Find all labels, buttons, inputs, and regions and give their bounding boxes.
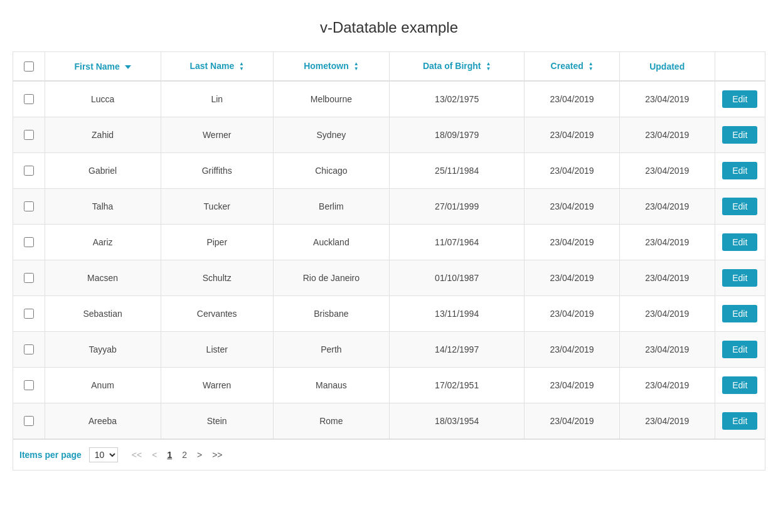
- table-row: MacsenSchultzRio de Janeiro01/10/198723/…: [13, 260, 765, 296]
- cell-updated: 23/04/2019: [619, 117, 715, 153]
- row-checkbox-cell: [13, 296, 45, 332]
- header-created-label: Created: [551, 61, 584, 71]
- header-updated: Updated: [619, 52, 715, 81]
- header-action: [715, 52, 765, 81]
- row-checkbox[interactable]: [24, 344, 34, 354]
- cell-hometown: Brisbane: [273, 296, 389, 332]
- items-per-page-select[interactable]: 5 10 25 50: [89, 447, 118, 462]
- edit-button[interactable]: Edit: [722, 412, 757, 430]
- row-checkbox[interactable]: [24, 380, 34, 390]
- cell-created: 23/04/2019: [525, 117, 620, 153]
- header-created[interactable]: Created ▲ ▼: [525, 52, 620, 81]
- cell-lastname: Lin: [161, 81, 273, 117]
- cell-updated: 23/04/2019: [619, 332, 715, 368]
- cell-hometown: Rome: [273, 403, 389, 439]
- first-page-button[interactable]: <<: [128, 449, 146, 461]
- row-checkbox-cell: [13, 81, 45, 117]
- table-body: LuccaLinMelbourne13/02/197523/04/201923/…: [13, 81, 765, 439]
- edit-button[interactable]: Edit: [722, 126, 757, 144]
- cell-firstname: Anum: [45, 368, 161, 403]
- header-hometown[interactable]: Hometown ▲ ▼: [273, 52, 389, 81]
- cell-updated: 23/04/2019: [619, 81, 715, 117]
- cell-firstname: Sebastian: [45, 296, 161, 332]
- edit-button[interactable]: Edit: [722, 341, 757, 358]
- prev-page-button[interactable]: <: [148, 449, 161, 461]
- table-header-row: First Name Last Name ▲ ▼ Hometown ▲: [13, 52, 765, 81]
- cell-hometown: Sydney: [273, 117, 389, 153]
- cell-created: 23/04/2019: [525, 368, 620, 403]
- cell-action: Edit: [715, 189, 765, 225]
- cell-dob: 11/07/1964: [389, 225, 524, 260]
- edit-button[interactable]: Edit: [722, 90, 757, 108]
- header-dob[interactable]: Data of Birght ▲ ▼: [389, 52, 524, 81]
- cell-firstname: Zahid: [45, 117, 161, 153]
- cell-action: Edit: [715, 296, 765, 332]
- header-dob-label: Data of Birght: [423, 61, 481, 71]
- row-checkbox-cell: [13, 153, 45, 189]
- sort-both-icon-hometown: ▲ ▼: [354, 61, 359, 72]
- sort-down-icon: [125, 65, 131, 69]
- cell-created: 23/04/2019: [525, 332, 620, 368]
- cell-lastname: Lister: [161, 332, 273, 368]
- data-table: First Name Last Name ▲ ▼ Hometown ▲: [13, 52, 765, 439]
- cell-created: 23/04/2019: [525, 260, 620, 296]
- select-all-checkbox[interactable]: [24, 61, 34, 72]
- cell-dob: 18/09/1979: [389, 117, 524, 153]
- header-lastname[interactable]: Last Name ▲ ▼: [161, 52, 273, 81]
- cell-hometown: Berlim: [273, 189, 389, 225]
- cell-lastname: Tucker: [161, 189, 273, 225]
- cell-action: Edit: [715, 332, 765, 368]
- next-page-button[interactable]: >: [193, 449, 206, 461]
- cell-updated: 23/04/2019: [619, 225, 715, 260]
- row-checkbox[interactable]: [24, 237, 34, 247]
- cell-firstname: Lucca: [45, 81, 161, 117]
- edit-button[interactable]: Edit: [722, 198, 757, 215]
- table-row: SebastianCervantesBrisbane13/11/199423/0…: [13, 296, 765, 332]
- table-row: LuccaLinMelbourne13/02/197523/04/201923/…: [13, 81, 765, 117]
- edit-button[interactable]: Edit: [722, 269, 757, 287]
- row-checkbox[interactable]: [24, 309, 34, 319]
- cell-firstname: Macsen: [45, 260, 161, 296]
- cell-hometown: Chicago: [273, 153, 389, 189]
- edit-button[interactable]: Edit: [722, 233, 757, 251]
- cell-action: Edit: [715, 260, 765, 296]
- page-title: v-Datatable example: [13, 19, 765, 36]
- row-checkbox-cell: [13, 368, 45, 403]
- cell-firstname: Talha: [45, 189, 161, 225]
- row-checkbox-cell: [13, 260, 45, 296]
- sort-both-icon-lastname: ▲ ▼: [239, 61, 244, 72]
- cell-dob: 18/03/1954: [389, 403, 524, 439]
- cell-dob: 13/02/1975: [389, 81, 524, 117]
- edit-button[interactable]: Edit: [722, 305, 757, 322]
- table-row: GabrielGriffithsChicago25/11/198423/04/2…: [13, 153, 765, 189]
- header-firstname[interactable]: First Name: [45, 52, 161, 81]
- row-checkbox-cell: [13, 117, 45, 153]
- header-hometown-label: Hometown: [304, 61, 349, 71]
- row-checkbox[interactable]: [24, 273, 34, 283]
- sort-both-icon-dob: ▲ ▼: [486, 61, 491, 72]
- header-firstname-label: First Name: [74, 61, 119, 72]
- row-checkbox[interactable]: [24, 94, 34, 104]
- cell-action: Edit: [715, 368, 765, 403]
- cell-updated: 23/04/2019: [619, 368, 715, 403]
- row-checkbox[interactable]: [24, 130, 34, 140]
- edit-button[interactable]: Edit: [722, 162, 757, 179]
- table-row: TalhaTuckerBerlim27/01/199923/04/201923/…: [13, 189, 765, 225]
- cell-hometown: Auckland: [273, 225, 389, 260]
- header-lastname-label: Last Name: [189, 61, 234, 71]
- last-page-button[interactable]: >>: [208, 449, 226, 461]
- row-checkbox[interactable]: [24, 166, 34, 176]
- cell-dob: 17/02/1951: [389, 368, 524, 403]
- cell-dob: 13/11/1994: [389, 296, 524, 332]
- edit-button[interactable]: Edit: [722, 376, 757, 394]
- row-checkbox[interactable]: [24, 201, 34, 211]
- page-1-button[interactable]: 1: [163, 449, 176, 461]
- table-row: AnumWarrenManaus17/02/195123/04/201923/0…: [13, 368, 765, 403]
- cell-action: Edit: [715, 117, 765, 153]
- row-checkbox[interactable]: [24, 416, 34, 426]
- cell-created: 23/04/2019: [525, 153, 620, 189]
- header-checkbox-cell: [13, 52, 45, 81]
- page-2-button[interactable]: 2: [178, 449, 191, 461]
- cell-hometown: Perth: [273, 332, 389, 368]
- cell-firstname: Gabriel: [45, 153, 161, 189]
